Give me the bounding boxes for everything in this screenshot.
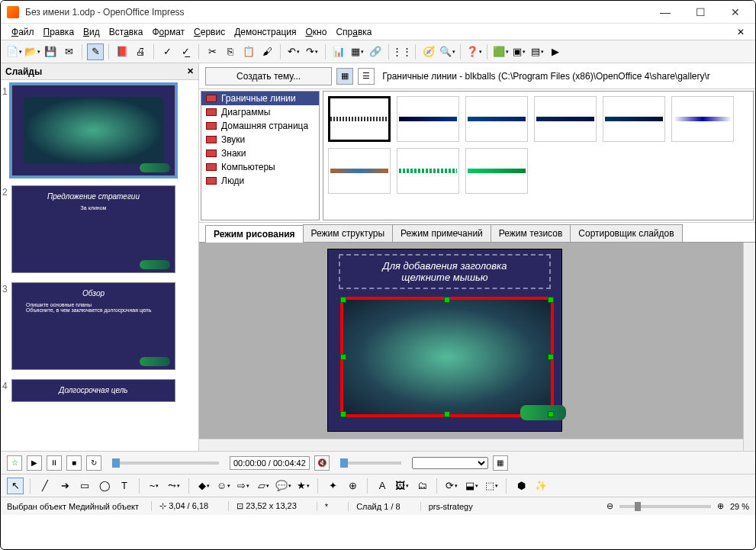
gallery-item[interactable] — [328, 148, 391, 194]
zoom-slider[interactable] — [619, 505, 711, 508]
undo-button[interactable]: ↶ — [285, 43, 302, 60]
gallery-cat-1[interactable]: Диаграммы — [201, 105, 319, 119]
table-button[interactable]: ▦ — [349, 43, 365, 60]
gallery-cat-2[interactable]: Домашняя страница — [201, 119, 319, 133]
slide-canvas[interactable]: Для добавления заголовка щелкните мышью — [327, 249, 562, 432]
gallery-item[interactable] — [328, 96, 391, 142]
scrollbar-horizontal[interactable] — [199, 439, 743, 451]
minimize-button[interactable]: — — [655, 5, 676, 20]
media-play-button[interactable]: ▶ — [27, 455, 42, 471]
save-button[interactable]: 💾 — [42, 43, 59, 60]
slide-thumb-1[interactable]: 1 — [11, 85, 188, 176]
extrusion-tool[interactable]: ⬢ — [513, 478, 529, 494]
stars-tool[interactable]: ★ — [294, 478, 311, 494]
menu-help[interactable]: Справка — [331, 25, 376, 39]
gallery-cat-4[interactable]: Знаки — [201, 146, 319, 160]
title-placeholder[interactable]: Для добавления заголовка щелкните мышью — [339, 254, 551, 289]
new-theme-button[interactable]: Создать тему... — [205, 67, 332, 85]
media-pause-button[interactable]: ⏸ — [47, 455, 62, 471]
media-stop-button[interactable]: ■ — [66, 455, 82, 471]
brush-button[interactable]: 🖌 — [259, 43, 275, 60]
text-tool[interactable]: T — [116, 478, 133, 494]
gallery-item[interactable] — [397, 96, 459, 142]
align-tool[interactable]: ⬓ — [463, 478, 480, 494]
zoom-in-button[interactable]: ⊕ — [717, 501, 724, 511]
media-insert-icon[interactable]: ☆ — [7, 455, 22, 471]
view-tab-handout[interactable]: Режим тезисов — [491, 224, 571, 242]
spellcheck-button[interactable]: ✓ — [159, 43, 175, 60]
media-loop-button[interactable]: ↻ — [86, 455, 101, 471]
gallery-tool[interactable]: 🗂 — [413, 478, 430, 494]
autospell-button[interactable]: ✓̲ — [177, 43, 194, 60]
menu-slideshow[interactable]: Демонстрация — [230, 25, 301, 39]
glue-tool[interactable]: ⊕ — [344, 478, 361, 494]
menu-insert[interactable]: Вставка — [105, 25, 148, 39]
from-file-tool[interactable]: 🖼 — [394, 478, 410, 494]
gallery-item[interactable] — [397, 148, 459, 194]
arrows-tool[interactable]: ⇨ — [235, 478, 252, 494]
curve-tool[interactable]: ~ — [146, 478, 162, 494]
gallery-thumbs[interactable] — [323, 91, 754, 220]
zoom-button[interactable]: 🔍 — [439, 43, 455, 60]
media-zoom-select[interactable] — [412, 457, 488, 469]
media-close-button[interactable]: ▦ — [493, 455, 508, 471]
maximize-button[interactable]: ☐ — [690, 5, 711, 20]
arrange-tool[interactable]: ⬚ — [483, 478, 500, 494]
pdf-button[interactable]: 📕 — [114, 43, 130, 60]
media-object[interactable] — [340, 297, 554, 417]
gallery-categories[interactable]: Граничные линии Диаграммы Домашняя стран… — [201, 91, 320, 220]
gallery-view-list[interactable]: ☰ — [358, 68, 375, 85]
points-tool[interactable]: ✦ — [324, 478, 341, 494]
paste-button[interactable]: 📋 — [240, 43, 257, 60]
shapes-tool[interactable]: ◆ — [195, 478, 212, 494]
link-button[interactable]: 🔗 — [367, 43, 384, 60]
ellipse-tool[interactable]: ◯ — [96, 478, 113, 494]
flowchart-tool[interactable]: ▱ — [255, 478, 272, 494]
symbol-tool[interactable]: ☺ — [215, 478, 232, 494]
print-button[interactable]: 🖨 — [132, 43, 149, 60]
gallery-cat-6[interactable]: Люди — [201, 174, 319, 188]
view-tab-drawing[interactable]: Режим рисования — [205, 225, 304, 243]
design-button[interactable]: ▣ — [510, 43, 527, 60]
media-mute-button[interactable]: 🔇 — [314, 455, 330, 471]
media-position-slider[interactable] — [112, 462, 219, 465]
gallery-item[interactable] — [465, 96, 528, 142]
menu-window[interactable]: Окно — [301, 25, 331, 39]
layout-button[interactable]: ▤ — [529, 43, 545, 60]
slide-thumb-2[interactable]: 2 Предложение стратегии За клином — [11, 185, 188, 273]
close-button[interactable]: ✕ — [725, 5, 746, 20]
mail-button[interactable]: ✉ — [60, 43, 77, 60]
gallery-item[interactable] — [465, 148, 528, 194]
menu-format[interactable]: Формат — [147, 25, 189, 39]
grid-button[interactable]: ⋮⋮ — [394, 43, 410, 60]
view-tab-notes[interactable]: Режим примечаний — [392, 224, 491, 242]
cut-button[interactable]: ✂ — [204, 43, 220, 60]
gallery-cat-0[interactable]: Граничные линии — [201, 92, 319, 105]
open-button[interactable]: 📂 — [24, 43, 40, 60]
view-tab-outline[interactable]: Режим структуры — [303, 224, 394, 242]
edit-button[interactable]: ✎ — [87, 43, 104, 60]
menu-edit[interactable]: Правка — [39, 25, 79, 39]
copy-button[interactable]: ⎘ — [222, 43, 239, 60]
slide-thumb-3[interactable]: 3 Обзор Опишите основные планы Объясните… — [11, 282, 188, 370]
rect-tool[interactable]: ▭ — [76, 478, 93, 494]
navigator-button[interactable]: 🧭 — [420, 43, 437, 60]
gallery-item[interactable] — [603, 96, 665, 142]
menu-tools[interactable]: Сервис — [189, 25, 230, 39]
rotate-tool[interactable]: ⟳ — [443, 478, 460, 494]
redo-button[interactable]: ↷ — [304, 43, 320, 60]
gallery-item[interactable] — [671, 96, 734, 142]
view-tab-sorter[interactable]: Сортировщик слайдов — [570, 224, 682, 242]
doc-close-button[interactable]: ✕ — [732, 25, 749, 39]
menu-view[interactable]: Вид — [79, 25, 105, 39]
arrow-tool[interactable]: ➔ — [56, 478, 73, 494]
media-volume-slider[interactable] — [340, 462, 401, 465]
slides-panel-close[interactable]: ✕ — [187, 66, 194, 76]
gallery-cat-5[interactable]: Компьютеры — [201, 160, 319, 174]
menu-file[interactable]: Файл — [7, 25, 39, 39]
fontwork-tool[interactable]: A — [374, 478, 391, 494]
zoom-out-button[interactable]: ⊖ — [606, 501, 613, 511]
line-tool[interactable]: ╱ — [37, 478, 53, 494]
gallery-cat-3[interactable]: Звуки — [201, 133, 319, 146]
zoom-value[interactable]: 29 % — [730, 502, 749, 511]
